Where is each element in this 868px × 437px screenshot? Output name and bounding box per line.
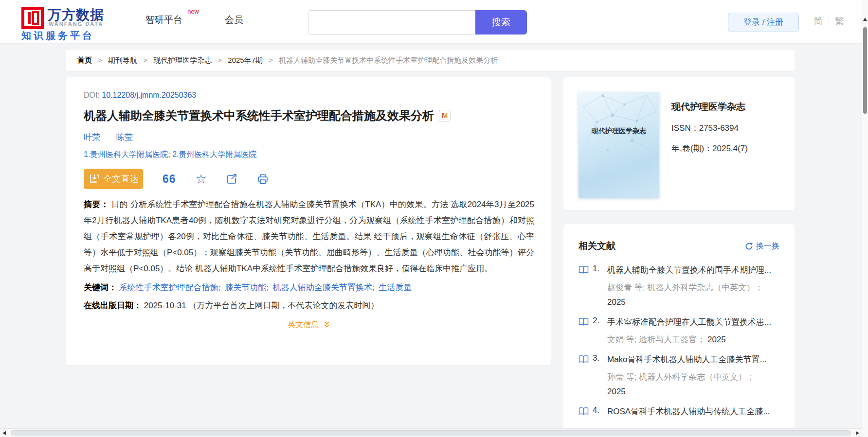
- keywords-row: 关键词： 系统性手术室护理配合措施; 膝关节功能; 机器人辅助全膝关节置换术; …: [84, 281, 534, 294]
- language-switcher: 简繁: [814, 15, 844, 28]
- page-title: 机器人辅助全膝关节置换术中系统性手术室护理配合措施及效果分析: [84, 109, 434, 122]
- related-item: 1. 机器人辅助全膝关节置换术的围手术期护理... 赵俊青 等; 机器人外科学杂…: [579, 264, 779, 310]
- lang-simplified[interactable]: 简: [814, 16, 823, 26]
- book-icon: [579, 407, 589, 416]
- online-date-row: 在线出版日期： 2025-10-31 （万方平台首次上网日期，不代表论文的发表时…: [84, 300, 534, 311]
- related-literature-card: 相关文献 换一换 1. 机器人辅助全膝关节置换术的围手术期护理... 赵俊青 等…: [563, 224, 795, 437]
- english-info-toggle[interactable]: 英文信息: [84, 320, 534, 330]
- wanfang-logo-icon: [21, 7, 44, 29]
- vertical-scrollbar[interactable]: [862, 0, 868, 437]
- issn-label: ISSN：: [671, 123, 699, 133]
- breadcrumb-journal-nav[interactable]: 期刊导航: [108, 56, 137, 64]
- doi-link[interactable]: 10.12208/j.jmnm.20250363: [102, 91, 196, 99]
- keywords-label: 关键词：: [84, 283, 117, 292]
- related-item: 2. 手术室标准配合护理在人工髋关节置换术患... 文娟 等; 透析与人工器官；…: [579, 316, 779, 347]
- authors-row: 叶荣 陈莹: [84, 132, 534, 143]
- horizontal-scrollbar-thumb[interactable]: [11, 430, 851, 436]
- cover-network-decoration: [579, 92, 659, 198]
- share-icon[interactable]: [226, 174, 237, 185]
- breadcrumb-separator: >: [143, 56, 147, 64]
- favorite-star-icon[interactable]: ☆: [196, 174, 207, 184]
- related-header: 相关文献 换一换: [579, 240, 779, 252]
- author-link[interactable]: 陈莹: [116, 133, 133, 142]
- print-icon[interactable]: [257, 174, 269, 185]
- online-date-note: （万方平台首次上网日期，不代表论文的发表时间）: [188, 301, 379, 310]
- breadcrumb-journal[interactable]: 现代护理医学杂志: [153, 56, 212, 64]
- fulltext-free-icon: free: [89, 173, 100, 185]
- journal-cover[interactable]: 现代护理医学杂志: [579, 92, 659, 198]
- svg-text:free: free: [91, 180, 97, 183]
- related-item-title[interactable]: Mako骨科手术机器人辅助人工全膝关节置...: [607, 353, 779, 366]
- affiliation-link[interactable]: 2.贵州医科大学附属医院: [172, 150, 256, 158]
- related-item: 4. ROSA骨科手术机器人辅助与传统人工全膝...: [579, 405, 779, 418]
- abstract-text: 目的 分析系统性手术室护理配合措施在机器人辅助全膝关节置换术（TKA）中的效果。…: [84, 200, 534, 273]
- site-header: 万方数据 WANFANG DATA 知识服务平台 智研平台 new 会员 搜索 …: [0, 0, 862, 44]
- lang-divider: [829, 17, 829, 25]
- search-input[interactable]: [308, 10, 475, 35]
- related-item-meta: 赵俊青 等; 机器人外科学杂志（中英文）； 2025: [607, 280, 768, 310]
- keyword-link[interactable]: 膝关节功能: [225, 283, 266, 292]
- doi-label: DOI:: [84, 91, 100, 99]
- breadcrumb-current: 机器人辅助全膝关节置换术中系统性手术室护理配合措施及效果分析: [279, 56, 498, 64]
- author-link[interactable]: 叶荣: [84, 133, 100, 142]
- scroll-left-arrow[interactable]: [2, 431, 6, 435]
- nav-zhiyan-platform[interactable]: 智研平台 new: [145, 14, 182, 26]
- volume-label: 年,卷(期)：: [671, 144, 712, 153]
- breadcrumb-issue[interactable]: 2025年7期: [228, 56, 263, 64]
- related-item-title[interactable]: 手术室标准配合护理在人工髋关节置换术患...: [607, 316, 779, 328]
- journal-card: 现代护理医学杂志 现代护理医学杂志 ISSN：2753-6394 年,卷(期)：…: [563, 77, 795, 210]
- login-register-button[interactable]: 登录 / 注册: [728, 13, 799, 32]
- abstract: 摘要： 目的 分析系统性手术室护理配合措施在机器人辅助全膝关节置换术（TKA）中…: [84, 196, 534, 277]
- search-button[interactable]: 搜索: [475, 10, 527, 35]
- keyword-link[interactable]: 机器人辅助全膝关节置换术: [273, 283, 372, 292]
- cite-icon[interactable]: 66: [163, 174, 176, 184]
- book-icon: [579, 317, 589, 326]
- journal-volume-row: 年,卷(期)：2025,4(7): [671, 143, 748, 154]
- affiliation-link[interactable]: 1.贵州医科大学附属医院: [84, 150, 168, 158]
- online-date-label: 在线出版日期：: [84, 301, 142, 310]
- related-item-title[interactable]: 机器人辅助全膝关节置换术的围手术期护理...: [607, 264, 779, 276]
- scroll-right-arrow[interactable]: [856, 431, 859, 435]
- refresh-icon: [745, 242, 753, 250]
- logo-text-en: WANFANG DATA: [49, 21, 103, 27]
- keyword-link[interactable]: 生活质量: [379, 283, 412, 292]
- breadcrumb-separator: >: [217, 56, 222, 64]
- fulltext-free-button[interactable]: free 全文直达: [84, 169, 143, 189]
- journal-issn-row: ISSN：2753-6394: [671, 122, 739, 134]
- related-item-meta: 孙莹 等; 机器人外科学杂志（中英文）； 2025: [607, 370, 768, 399]
- horizontal-scrollbar[interactable]: [0, 428, 862, 437]
- online-date-value: 2025-10-31: [144, 301, 186, 310]
- nav-member[interactable]: 会员: [225, 14, 243, 26]
- volume-value: 2025,4(7): [712, 144, 748, 153]
- breadcrumb-home[interactable]: 首页: [77, 56, 92, 64]
- breadcrumb: 首页 > 期刊导航 > 现代护理医学杂志 > 2025年7期 > 机器人辅助全膝…: [66, 50, 795, 71]
- metric-badge[interactable]: M: [439, 110, 451, 122]
- article-actions: free 全文直达 66 ☆: [84, 168, 534, 190]
- logo-subtitle: 知识服务平台: [21, 29, 94, 42]
- lang-traditional[interactable]: 繁: [835, 16, 844, 26]
- book-icon: [579, 355, 589, 364]
- related-item-title[interactable]: ROSA骨科手术机器人辅助与传统人工全膝...: [607, 405, 779, 418]
- journal-cover-title: 现代护理医学杂志: [579, 127, 659, 136]
- article-card: DOI: 10.12208/j.jmnm.20250363 机器人辅助全膝关节置…: [66, 77, 551, 365]
- doi-row: DOI: 10.12208/j.jmnm.20250363: [84, 91, 534, 102]
- affiliation-separator: ;: [168, 150, 172, 158]
- chevron-double-down-icon: [323, 321, 330, 329]
- keyword-link[interactable]: 系统性手术室护理配合措施: [119, 283, 218, 292]
- journal-name[interactable]: 现代护理医学杂志: [671, 101, 745, 113]
- abstract-label: 摘要：: [84, 200, 109, 209]
- affiliations-row: 1.贵州医科大学附属医院; 2.贵州医科大学附属医院: [84, 150, 534, 160]
- vertical-scrollbar-thumb[interactable]: [863, 27, 867, 114]
- issn-value: 2753-6394: [699, 123, 739, 133]
- related-item: 3. Mako骨科手术机器人辅助人工全膝关节置... 孙莹 等; 机器人外科学杂…: [579, 353, 779, 399]
- article-title-row: 机器人辅助全膝关节置换术中系统性手术室护理配合措施及效果分析M: [84, 107, 534, 124]
- breadcrumb-separator: >: [98, 56, 102, 64]
- related-list: 1. 机器人辅助全膝关节置换术的围手术期护理... 赵俊青 等; 机器人外科学杂…: [579, 264, 779, 418]
- scroll-up-arrow[interactable]: [863, 17, 867, 21]
- related-item-meta: 文娟 等; 透析与人工器官； 2025: [607, 332, 768, 347]
- new-badge: new: [187, 8, 199, 15]
- breadcrumb-separator: >: [269, 56, 273, 64]
- related-title: 相关文献: [579, 240, 615, 252]
- book-icon: [579, 265, 589, 274]
- refresh-related-button[interactable]: 换一换: [745, 241, 779, 251]
